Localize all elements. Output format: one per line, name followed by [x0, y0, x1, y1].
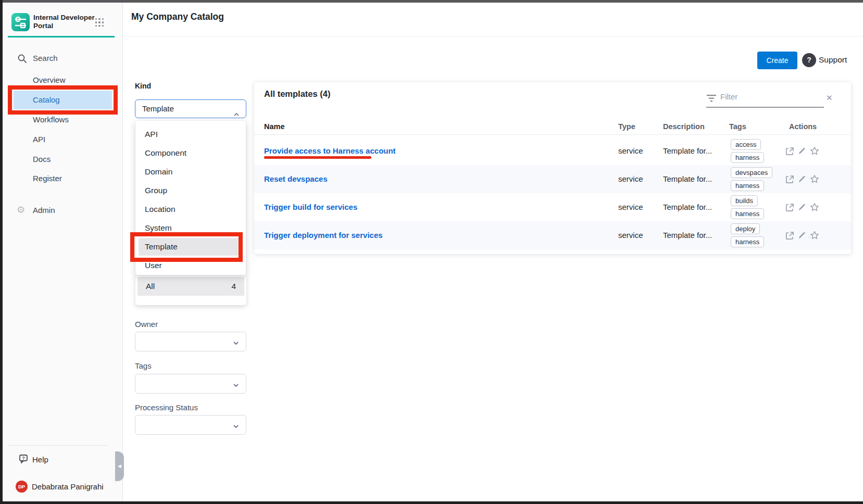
templates-card: All templates (4) ✕ Name Type Descriptio…	[254, 82, 851, 254]
page-header	[123, 0, 863, 36]
tags-cell: access harness	[731, 137, 764, 165]
tags-filter-label: Tags	[135, 361, 152, 370]
tag-chip: harness	[731, 236, 764, 247]
launch-icon[interactable]	[785, 175, 794, 184]
filter-input[interactable]	[720, 92, 817, 101]
description-cell: Template for...	[663, 221, 712, 249]
kind-option-group[interactable]: Group	[135, 181, 246, 200]
clear-filter-icon[interactable]: ✕	[826, 93, 833, 103]
sidebar-collapse-handle[interactable]: ◀	[115, 451, 124, 481]
sidebar-item-register[interactable]: Register	[33, 173, 62, 184]
annotation-box-catalog	[8, 85, 118, 115]
tag-chip: harness	[731, 152, 764, 163]
description-cell: Template for...	[663, 165, 712, 193]
sidebar: Internal Developer Portal Search Overvie…	[0, 0, 123, 504]
screenshot-top-edge	[0, 0, 863, 3]
user-name[interactable]: Debabrata Panigrahi	[32, 482, 104, 492]
all-row-label: All	[146, 277, 155, 296]
support-question-icon[interactable]: ?	[802, 53, 816, 67]
description-cell: Template for...	[663, 193, 712, 221]
column-header-type: Type	[618, 122, 635, 131]
apps-grid-icon[interactable]	[94, 17, 105, 28]
actions-cell	[785, 221, 819, 249]
filter-input-underline	[706, 107, 824, 108]
template-link[interactable]: Provide access to Harness account	[264, 137, 396, 165]
column-header-name: Name	[264, 122, 285, 131]
type-cell: service	[618, 137, 643, 165]
actions-cell	[785, 137, 819, 165]
gear-icon: ⚙	[17, 205, 25, 215]
column-header-tags: Tags	[729, 122, 746, 131]
table-row: Provide access to Harness account servic…	[254, 137, 851, 165]
sidebar-item-docs[interactable]: Docs	[33, 154, 51, 165]
sidebar-item-workflows[interactable]: Workflows	[33, 115, 69, 125]
sidebar-item-search[interactable]: Search	[33, 53, 58, 64]
svg-text:?: ?	[22, 456, 25, 461]
tag-chip: deploy	[731, 223, 760, 234]
edit-icon[interactable]	[798, 147, 806, 155]
launch-icon[interactable]	[785, 231, 794, 240]
template-link[interactable]: Reset devspaces	[264, 165, 328, 193]
sidebar-item-admin[interactable]: Admin	[33, 205, 55, 216]
create-button[interactable]: Create	[757, 52, 797, 69]
kind-option-api[interactable]: API	[135, 125, 246, 144]
chevron-down-icon	[233, 422, 239, 429]
kind-select[interactable]: Template	[135, 99, 246, 118]
annotation-underline-template-link	[264, 156, 371, 159]
chevron-down-icon	[233, 381, 239, 387]
idp-logo-icon	[11, 13, 30, 31]
app-title: Internal Developer Portal	[33, 14, 95, 30]
kind-option-location[interactable]: Location	[135, 200, 246, 219]
edit-icon[interactable]	[798, 231, 806, 240]
star-icon[interactable]	[810, 174, 819, 184]
tag-chip: builds	[731, 195, 758, 206]
all-row-count: 4	[231, 277, 236, 296]
sidebar-item-api[interactable]: API	[33, 134, 45, 145]
sidebar-item-overview[interactable]: Overview	[33, 75, 66, 85]
tags-select[interactable]	[135, 374, 246, 394]
template-link[interactable]: Trigger build for services	[264, 193, 357, 221]
description-cell: Template for...	[663, 137, 712, 165]
owner-filter-label: Owner	[135, 320, 158, 329]
launch-icon[interactable]	[785, 203, 794, 212]
tag-chip: devspaces	[731, 167, 772, 178]
collapse-arrow-icon: ◀	[118, 463, 121, 469]
kind-count-row-all[interactable]: All 4	[137, 277, 244, 296]
launch-icon[interactable]	[785, 147, 794, 156]
template-link[interactable]: Trigger deployment for services	[264, 221, 383, 249]
tag-chip: access	[731, 139, 761, 150]
help-button[interactable]: Help	[32, 455, 48, 465]
actions-cell	[785, 165, 819, 193]
table-row: Reset devspaces service Template for... …	[254, 165, 851, 193]
processing-status-filter-label: Processing Status	[135, 403, 198, 412]
kind-option-component[interactable]: Component	[135, 144, 246, 162]
processing-status-select[interactable]	[135, 415, 246, 435]
star-icon[interactable]	[810, 203, 819, 212]
table-row: Trigger deployment for services service …	[254, 221, 851, 249]
tags-cell: builds harness	[731, 193, 764, 221]
owner-select[interactable]	[135, 332, 246, 351]
star-icon[interactable]	[810, 146, 819, 156]
screenshot-bottom-edge	[0, 501, 863, 504]
actions-cell	[785, 193, 819, 221]
brand-divider	[8, 36, 115, 37]
user-avatar[interactable]: DP	[16, 481, 28, 493]
header-divider	[254, 134, 851, 135]
type-cell: service	[618, 193, 643, 221]
edit-icon[interactable]	[798, 203, 806, 211]
kind-option-domain[interactable]: Domain	[135, 162, 246, 181]
sidebar-footer-divider	[8, 445, 108, 446]
kind-select-value: Template	[142, 104, 174, 113]
templates-card-title: All templates (4)	[264, 89, 330, 99]
support-button[interactable]: Support	[819, 55, 847, 65]
edit-icon[interactable]	[798, 175, 806, 183]
type-cell: service	[618, 221, 643, 249]
tags-cell: deploy harness	[731, 221, 764, 249]
kind-filter-label: Kind	[135, 82, 151, 90]
star-icon[interactable]	[810, 231, 819, 240]
kind-count-card: All 4	[135, 275, 246, 305]
filter-funnel-icon	[706, 94, 717, 105]
type-cell: service	[618, 165, 643, 193]
tag-chip: harness	[731, 208, 764, 219]
chevron-up-icon	[233, 106, 240, 112]
